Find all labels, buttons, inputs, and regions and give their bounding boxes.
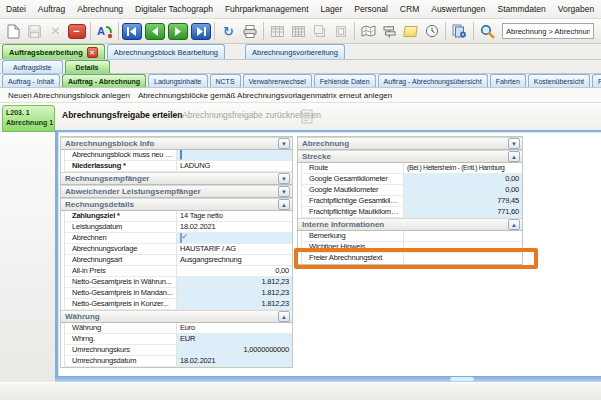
section-abrechnungsblock-info[interactable]: Abrechnungsblock Info ▼	[61, 137, 292, 150]
tab-verwahrerwechsel[interactable]: Verwahrerwechsel	[243, 74, 312, 87]
abrechnungsart-value[interactable]: Ausgangsrechnung	[177, 255, 292, 265]
new-document-button[interactable]	[3, 21, 24, 42]
tab-auftrag-inhalt[interactable]: Auftrag - Inhalt	[2, 74, 60, 87]
menu-crm[interactable]: CRM	[394, 0, 425, 18]
field-row: Whrng. EUR	[64, 334, 292, 345]
all-in-preis-value[interactable]: 0,00	[177, 266, 292, 276]
bemerkung-value[interactable]	[404, 231, 522, 241]
field-label: Abrechnungsvorlage	[65, 244, 177, 254]
field-label: Abrechnungsblock muss neu ber...	[65, 150, 177, 160]
toolbar-separator	[445, 22, 446, 40]
section-waehrung[interactable]: Währung ▲	[61, 310, 292, 323]
last-record-button[interactable]	[191, 23, 211, 40]
menu-auswertungen[interactable]: Auswertungen	[425, 0, 491, 18]
signpost-button[interactable]	[379, 21, 400, 42]
menu-personal[interactable]: Personal	[348, 0, 394, 18]
tab-auftrag-abrechnungsuebersicht[interactable]: Auftrag - Abrechnungsübersicht	[378, 74, 488, 87]
tab-fehlende-daten[interactable]: Fehlende Daten	[314, 74, 376, 87]
delete-button[interactable]: −	[66, 21, 87, 42]
tab-kostenuebersicht[interactable]: Kostenübersicht	[528, 74, 590, 87]
tab-abrechnungsvorbereitung[interactable]: Abrechnungsvorbereitung	[245, 44, 345, 59]
menu-abrechnung[interactable]: Abrechnung	[71, 0, 129, 18]
menu-digitaler-tachograph[interactable]: Digitaler Tachograph	[129, 0, 219, 18]
route-value[interactable]: (Bel.) Heitersheim - (Entl.) Hamburg	[404, 163, 522, 173]
tab-auftragsliste[interactable]: Auftragsliste	[2, 60, 63, 73]
tab-fahrten[interactable]: Fahrten	[490, 74, 526, 87]
menu-vorgaben[interactable]: Vorgaben	[552, 0, 600, 18]
refresh-button[interactable]: ↻	[218, 21, 239, 42]
tab-auftrag-abrechnung[interactable]: Auftrag - Abrechnung	[62, 74, 146, 87]
niederlassung-value[interactable]: LADUNG	[177, 161, 292, 171]
chevron-down-icon[interactable]: ▼	[508, 138, 520, 149]
copy-button[interactable]	[309, 21, 330, 42]
section-abweichender-leistungsempfaenger[interactable]: Abweichender Leistungsempfänger ▼	[61, 185, 292, 198]
cancel-button[interactable]: ✕	[45, 21, 66, 42]
checkbox-checked-icon[interactable]	[180, 233, 182, 243]
field-label: Whrng.	[65, 334, 177, 344]
tab-packstuecke[interactable]: Packstücke	[592, 74, 601, 87]
leistungsdatum-value[interactable]: 18.02.2021	[177, 222, 292, 232]
checkbox-indeterminate-icon[interactable]	[180, 150, 182, 160]
tab-label: Fehlende Daten	[320, 78, 370, 85]
tab-ncts[interactable]: NCTS	[210, 74, 241, 87]
recreate-billing-blocks-button[interactable]: Abrechnungsblöcke gemäß Abrechnungsvorla…	[138, 91, 392, 100]
record-tab-abrechnung-1[interactable]: L203. 1 Abrechnung 1	[2, 105, 55, 132]
chevron-down-icon[interactable]: ▼	[278, 186, 290, 197]
paste-button[interactable]	[330, 21, 351, 42]
note-button[interactable]	[400, 21, 421, 42]
new-billing-block-button[interactable]: Neuen Abrechnungsblock anlegen	[8, 91, 130, 100]
time-tracking-button[interactable]	[421, 21, 442, 42]
menu-datei[interactable]: Datei	[0, 0, 32, 18]
freier-abrechnungstext-value[interactable]	[404, 253, 522, 264]
first-record-button[interactable]	[122, 23, 142, 40]
chevron-up-icon[interactable]: ▲	[508, 151, 520, 162]
field-row: Route (Bel.) Heitersheim - (Entl.) Hambu…	[301, 163, 522, 174]
navigation-search-input[interactable]	[502, 23, 594, 39]
tab-abrechnungsblock-bearbeitung[interactable]: Abrechnungsblock Bearbeitung	[107, 44, 225, 59]
menu-fuhrparkmanagement[interactable]: Fuhrparkmanagement	[219, 0, 315, 18]
chevron-down-icon[interactable]: ▼	[278, 138, 290, 149]
section-rechnungsdetails[interactable]: Rechnungsdetails ▲	[61, 198, 292, 211]
section-abrechnung[interactable]: Abrechnung ▼	[298, 137, 522, 150]
tab-label: Ladungsinhalte	[154, 78, 202, 85]
view-tabs: Auftragsliste Details	[0, 60, 601, 74]
abrechnen-checkbox-cell[interactable]	[177, 233, 292, 243]
grid-summary-button[interactable]	[288, 21, 309, 42]
grid-summary-icon	[292, 26, 305, 37]
netto-konzern-value: 1.812,23	[177, 299, 292, 309]
field-row: Netto-Gesamtpreis in Mandan... 1.812,23	[64, 288, 292, 299]
section-interne-informationen[interactable]: Interne Informationen ▲	[298, 218, 522, 231]
zahlungsziel-value[interactable]: 14 Tage netto	[177, 211, 292, 221]
chevron-up-icon[interactable]: ▲	[278, 311, 290, 322]
next-record-button[interactable]	[168, 23, 188, 40]
search-button[interactable]	[477, 21, 498, 42]
save-button[interactable]	[24, 21, 45, 42]
tab-ladungsinhalte[interactable]: Ladungsinhalte	[148, 74, 208, 87]
menu-auftrag[interactable]: Auftrag	[32, 0, 71, 18]
previous-record-button[interactable]	[145, 23, 165, 40]
recalc-checkbox-cell[interactable]	[177, 150, 292, 160]
section-rechnungsempfaenger[interactable]: Rechnungsempfänger ▼	[61, 172, 292, 185]
map-button[interactable]	[358, 21, 379, 42]
chevron-up-icon[interactable]: ▲	[508, 219, 520, 230]
wichtiger-hinweis-value[interactable]	[404, 242, 522, 252]
tab-label: Abrechnungsblock Bearbeitung	[114, 48, 218, 57]
print-button[interactable]	[239, 21, 260, 42]
menu-lager[interactable]: Lager	[315, 0, 349, 18]
splitter-handle[interactable]	[450, 377, 474, 381]
abrechnungsvorlage-value[interactable]: HAUSTARIF / AG	[177, 244, 292, 254]
section-strecke[interactable]: Strecke ▲	[298, 150, 522, 163]
close-tab-icon[interactable]: ✕	[87, 47, 98, 58]
umrechnungsdatum-value[interactable]: 18.02.2021	[177, 356, 292, 366]
tab-details[interactable]: Details	[65, 60, 110, 73]
auto-assign-button[interactable]: A	[94, 21, 115, 42]
menu-stammdaten[interactable]: Stammdaten	[492, 0, 552, 18]
batch-settings-button[interactable]	[449, 21, 470, 42]
chevron-up-icon[interactable]: ▲	[278, 199, 290, 210]
field-label: Leistungsdatum	[65, 222, 177, 232]
chevron-down-icon[interactable]: ▼	[278, 173, 290, 184]
tab-auftragsbearbeitung[interactable]: Auftragsbearbeitung ✕	[2, 44, 105, 59]
waehrung-value[interactable]: Euro	[177, 323, 292, 333]
grant-release-button[interactable]: Abrechnungsfreigabe erteilen	[62, 110, 182, 120]
grid-view-button[interactable]	[267, 21, 288, 42]
